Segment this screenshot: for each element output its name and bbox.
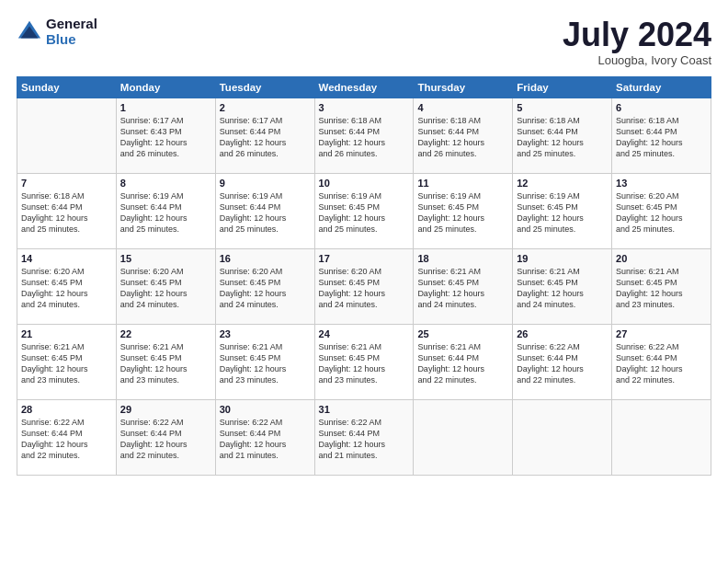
day-info: Sunrise: 6:18 AMSunset: 6:44 PMDaylight:… — [21, 190, 112, 236]
calendar-week-4: 21Sunrise: 6:21 AMSunset: 6:45 PMDayligh… — [17, 324, 711, 399]
day-info: Sunrise: 6:20 AMSunset: 6:45 PMDaylight:… — [616, 190, 707, 236]
calendar-header-row: SundayMondayTuesdayWednesdayThursdayFrid… — [17, 76, 711, 98]
day-info: Sunrise: 6:19 AMSunset: 6:44 PMDaylight:… — [120, 190, 211, 236]
calendar-cell: 2Sunrise: 6:17 AMSunset: 6:44 PMDaylight… — [215, 98, 314, 173]
day-info: Sunrise: 6:17 AMSunset: 6:44 PMDaylight:… — [220, 115, 311, 160]
calendar-cell: 20Sunrise: 6:21 AMSunset: 6:45 PMDayligh… — [612, 248, 711, 324]
calendar-cell: 8Sunrise: 6:19 AMSunset: 6:44 PMDaylight… — [116, 173, 215, 248]
calendar-cell: 27Sunrise: 6:22 AMSunset: 6:44 PMDayligh… — [612, 324, 711, 399]
header-cell-sunday: Sunday — [17, 76, 117, 98]
day-number: 19 — [517, 253, 608, 264]
calendar-cell: 30Sunrise: 6:22 AMSunset: 6:44 PMDayligh… — [215, 399, 314, 475]
logo-blue-text: Blue — [46, 32, 97, 48]
day-number: 21 — [21, 328, 112, 339]
calendar-cell: 15Sunrise: 6:20 AMSunset: 6:45 PMDayligh… — [116, 248, 215, 324]
day-number: 10 — [319, 178, 410, 189]
calendar-cell: 7Sunrise: 6:18 AMSunset: 6:44 PMDaylight… — [17, 173, 117, 248]
calendar-table: SundayMondayTuesdayWednesdayThursdayFrid… — [17, 76, 711, 476]
calendar-cell: 13Sunrise: 6:20 AMSunset: 6:45 PMDayligh… — [612, 173, 711, 248]
day-number: 20 — [616, 253, 707, 264]
logo-icon — [17, 19, 42, 45]
day-number: 5 — [517, 102, 608, 113]
day-number: 11 — [417, 178, 508, 189]
day-info: Sunrise: 6:20 AMSunset: 6:45 PMDaylight:… — [120, 266, 211, 311]
calendar-cell: 29Sunrise: 6:22 AMSunset: 6:44 PMDayligh… — [116, 399, 215, 475]
day-info: Sunrise: 6:19 AMSunset: 6:45 PMDaylight:… — [319, 190, 410, 236]
day-info: Sunrise: 6:19 AMSunset: 6:44 PMDaylight:… — [220, 190, 311, 236]
day-info: Sunrise: 6:19 AMSunset: 6:45 PMDaylight:… — [517, 190, 608, 236]
logo-general-text: General — [46, 17, 97, 32]
day-number: 4 — [417, 102, 508, 113]
calendar-cell: 14Sunrise: 6:20 AMSunset: 6:45 PMDayligh… — [17, 248, 117, 324]
calendar-cell: 12Sunrise: 6:19 AMSunset: 6:45 PMDayligh… — [513, 173, 612, 248]
header: General Blue July 2024 Louogba, Ivory Co… — [17, 17, 711, 67]
day-number: 9 — [220, 178, 311, 189]
day-info: Sunrise: 6:22 AMSunset: 6:44 PMDaylight:… — [517, 341, 608, 386]
day-number: 14 — [21, 253, 112, 264]
day-info: Sunrise: 6:20 AMSunset: 6:45 PMDaylight:… — [21, 266, 112, 311]
day-number: 22 — [120, 328, 211, 339]
calendar-cell: 19Sunrise: 6:21 AMSunset: 6:45 PMDayligh… — [513, 248, 612, 324]
day-info: Sunrise: 6:21 AMSunset: 6:45 PMDaylight:… — [21, 341, 112, 386]
day-number: 12 — [517, 178, 608, 189]
day-info: Sunrise: 6:22 AMSunset: 6:44 PMDaylight:… — [220, 417, 311, 462]
month-title: July 2024 — [563, 17, 711, 53]
day-info: Sunrise: 6:21 AMSunset: 6:45 PMDaylight:… — [220, 341, 311, 386]
day-number: 13 — [616, 178, 707, 189]
title-block: July 2024 Louogba, Ivory Coast — [563, 17, 711, 67]
calendar-cell: 28Sunrise: 6:22 AMSunset: 6:44 PMDayligh… — [17, 399, 117, 475]
day-number: 17 — [319, 253, 410, 264]
page: General Blue July 2024 Louogba, Ivory Co… — [0, 0, 728, 563]
header-cell-wednesday: Wednesday — [314, 76, 414, 98]
calendar-cell: 4Sunrise: 6:18 AMSunset: 6:44 PMDaylight… — [414, 98, 513, 173]
calendar-cell: 18Sunrise: 6:21 AMSunset: 6:45 PMDayligh… — [414, 248, 513, 324]
day-info: Sunrise: 6:21 AMSunset: 6:45 PMDaylight:… — [417, 266, 508, 311]
day-info: Sunrise: 6:22 AMSunset: 6:44 PMDaylight:… — [120, 417, 211, 462]
calendar-week-2: 7Sunrise: 6:18 AMSunset: 6:44 PMDaylight… — [17, 173, 711, 248]
day-info: Sunrise: 6:18 AMSunset: 6:44 PMDaylight:… — [517, 115, 608, 160]
day-number: 27 — [616, 328, 707, 339]
calendar-cell: 10Sunrise: 6:19 AMSunset: 6:45 PMDayligh… — [314, 173, 414, 248]
header-cell-friday: Friday — [513, 76, 612, 98]
calendar-cell: 11Sunrise: 6:19 AMSunset: 6:45 PMDayligh… — [414, 173, 513, 248]
calendar-cell: 26Sunrise: 6:22 AMSunset: 6:44 PMDayligh… — [513, 324, 612, 399]
day-number: 31 — [319, 404, 410, 415]
location: Louogba, Ivory Coast — [563, 53, 711, 67]
calendar-cell — [17, 98, 117, 173]
day-number: 29 — [120, 404, 211, 415]
calendar-cell — [612, 399, 711, 475]
calendar-cell: 23Sunrise: 6:21 AMSunset: 6:45 PMDayligh… — [215, 324, 314, 399]
calendar-cell: 1Sunrise: 6:17 AMSunset: 6:43 PMDaylight… — [116, 98, 215, 173]
day-info: Sunrise: 6:18 AMSunset: 6:44 PMDaylight:… — [417, 115, 508, 160]
day-number: 26 — [517, 328, 608, 339]
calendar-cell: 31Sunrise: 6:22 AMSunset: 6:44 PMDayligh… — [314, 399, 414, 475]
day-number: 30 — [220, 404, 311, 415]
day-info: Sunrise: 6:21 AMSunset: 6:44 PMDaylight:… — [417, 341, 508, 386]
day-info: Sunrise: 6:20 AMSunset: 6:45 PMDaylight:… — [220, 266, 311, 311]
day-info: Sunrise: 6:21 AMSunset: 6:45 PMDaylight:… — [616, 266, 707, 311]
day-number: 15 — [120, 253, 211, 264]
day-info: Sunrise: 6:18 AMSunset: 6:44 PMDaylight:… — [616, 115, 707, 160]
day-info: Sunrise: 6:22 AMSunset: 6:44 PMDaylight:… — [319, 417, 410, 462]
day-number: 2 — [220, 102, 311, 113]
day-number: 1 — [120, 102, 211, 113]
day-info: Sunrise: 6:18 AMSunset: 6:44 PMDaylight:… — [319, 115, 410, 160]
day-info: Sunrise: 6:19 AMSunset: 6:45 PMDaylight:… — [417, 190, 508, 236]
calendar-cell: 6Sunrise: 6:18 AMSunset: 6:44 PMDaylight… — [612, 98, 711, 173]
day-info: Sunrise: 6:21 AMSunset: 6:45 PMDaylight:… — [517, 266, 608, 311]
day-info: Sunrise: 6:21 AMSunset: 6:45 PMDaylight:… — [120, 341, 211, 386]
calendar-week-5: 28Sunrise: 6:22 AMSunset: 6:44 PMDayligh… — [17, 399, 711, 475]
header-cell-thursday: Thursday — [414, 76, 513, 98]
day-info: Sunrise: 6:22 AMSunset: 6:44 PMDaylight:… — [616, 341, 707, 386]
day-number: 8 — [120, 178, 211, 189]
day-number: 16 — [220, 253, 311, 264]
calendar-cell — [513, 399, 612, 475]
calendar-cell: 9Sunrise: 6:19 AMSunset: 6:44 PMDaylight… — [215, 173, 314, 248]
header-cell-tuesday: Tuesday — [215, 76, 314, 98]
day-number: 24 — [319, 328, 410, 339]
day-info: Sunrise: 6:21 AMSunset: 6:45 PMDaylight:… — [319, 341, 410, 386]
header-cell-saturday: Saturday — [612, 76, 711, 98]
calendar-cell: 5Sunrise: 6:18 AMSunset: 6:44 PMDaylight… — [513, 98, 612, 173]
day-number: 18 — [417, 253, 508, 264]
calendar-cell: 3Sunrise: 6:18 AMSunset: 6:44 PMDaylight… — [314, 98, 414, 173]
